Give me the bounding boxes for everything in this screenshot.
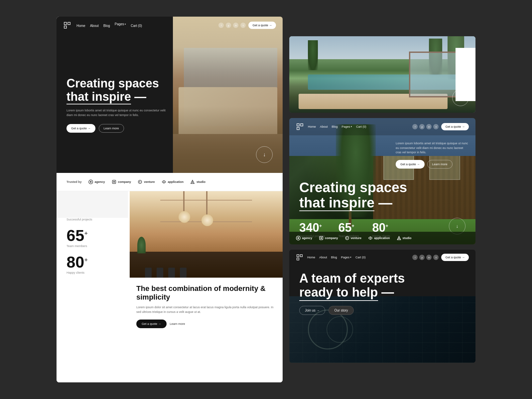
stats-left: 340+ Successful projects 65+ Team member…	[57, 191, 130, 382]
nav-right: f p in li Get a quote →	[218, 22, 276, 29]
get-quote-button[interactable]: Get a quote →	[248, 22, 276, 29]
stat-clients-number: 80+	[66, 254, 120, 270]
our-story-button[interactable]: Our story	[329, 306, 353, 315]
stat-team-number: 65+	[66, 228, 120, 244]
about-social-li[interactable]: li	[433, 255, 439, 260]
plant-sim	[137, 237, 146, 253]
kitchen-image	[130, 191, 283, 278]
stat-team-label: Team members	[66, 244, 120, 248]
stat-projects-label: Successful projects	[66, 218, 120, 221]
nav-about[interactable]: About	[90, 24, 99, 28]
counter-sim	[130, 252, 283, 278]
nav-home-right[interactable]: Home	[308, 125, 316, 128]
hero-right-learn-btn[interactable]: Learn more	[427, 160, 453, 169]
content-right: The best combination of modernity & simp…	[130, 191, 283, 382]
nav-cart[interactable]: Cart (0)	[131, 24, 142, 28]
pool-panel: ↓	[289, 36, 475, 113]
svg-rect-22	[297, 255, 299, 257]
social-f-right[interactable]: f	[412, 124, 418, 129]
brand-application: application	[162, 180, 184, 184]
trusted-agency-right: agency	[296, 236, 312, 240]
hero-right-buttons: Get a quote → Learn more	[396, 160, 469, 169]
stat-team: 65+ Team members	[66, 228, 120, 248]
hero-title: Creating spaces that inspire —	[66, 77, 166, 104]
trusted-logos: agency company venture	[88, 180, 206, 184]
nav-logo-icon	[63, 21, 71, 29]
nav-about-right[interactable]: About	[320, 125, 328, 128]
social-in-right[interactable]: in	[426, 124, 432, 129]
company-icon-right	[319, 236, 324, 240]
instagram-icon[interactable]: in	[233, 23, 238, 28]
svg-rect-24	[300, 255, 302, 257]
left-panel: Home About Blog Pages ▾ Cart (0) f p in …	[57, 17, 283, 382]
content-heading: The best combination of modernity & simp…	[136, 284, 276, 302]
brand-studio: studio	[190, 180, 205, 184]
facebook-icon[interactable]: f	[218, 23, 224, 28]
hero-quote-button[interactable]: Get a quote →	[66, 124, 95, 133]
about-quote-btn[interactable]: Get a quote →	[441, 254, 469, 261]
join-us-button[interactable]: Join us →	[299, 306, 325, 315]
nav-home[interactable]: Home	[76, 24, 85, 28]
stool-3	[168, 268, 175, 278]
about-social-p[interactable]: p	[419, 255, 425, 260]
about-buttons: Join us → Our story	[299, 306, 466, 315]
chevron-down-icon: ▾	[125, 23, 126, 26]
hero-right-nav: Home About Blog Pages ▾ Cart (0) f p in …	[289, 118, 475, 135]
hero-learn-button[interactable]: Learn more	[99, 124, 124, 133]
trusted-section: Trusted by agency company	[57, 173, 283, 191]
palm-1	[308, 40, 318, 70]
about-nav-home[interactable]: Home	[307, 256, 315, 259]
svg-rect-23	[297, 258, 299, 260]
hero-buttons: Get a quote → Learn more	[66, 124, 166, 133]
svg-rect-16	[321, 237, 322, 239]
trusted-company-right: company	[319, 236, 338, 240]
content-quote-button[interactable]: Get a quote →	[136, 320, 167, 328]
hero-right-description: Lorem ipsum lobortis amet sit tristique …	[396, 141, 469, 155]
hero-right-title-area: Creating spaces that inspire —	[299, 180, 407, 211]
pinterest-icon[interactable]: p	[226, 23, 231, 28]
content-description: Lorem ipsum dolor sit amet consectetur a…	[136, 305, 276, 315]
about-nav-pages[interactable]: Pages ▾	[341, 256, 352, 259]
linkedin-icon[interactable]: li	[240, 23, 246, 28]
scroll-down-button[interactable]: ↓	[256, 146, 273, 163]
stats-content-section: 340+ Successful projects 65+ Team member…	[57, 191, 283, 382]
about-nav-about[interactable]: About	[319, 256, 327, 259]
about-social-in[interactable]: in	[426, 255, 432, 260]
hero-content: Creating spaces that inspire — Lorem ips…	[57, 17, 176, 173]
company-icon	[112, 180, 116, 184]
outdoor-background	[289, 36, 475, 113]
nav-pages-right[interactable]: Pages ▾	[342, 125, 352, 128]
hero-right-panel: Home About Blog Pages ▾ Cart (0) f p in …	[289, 118, 475, 244]
quote-btn-right[interactable]: Get a quote →	[441, 123, 469, 130]
social-p-right[interactable]: p	[419, 124, 425, 129]
svg-rect-0	[64, 22, 66, 25]
nav-logo-right-icon	[296, 123, 304, 131]
nav-pages[interactable]: Pages ▾	[115, 22, 126, 26]
hero-right-quote-btn[interactable]: Get a quote →	[396, 160, 425, 169]
brand-agency: agency	[88, 180, 105, 184]
svg-rect-5	[113, 181, 115, 183]
stat-clients: 80+ Happy clients	[66, 254, 120, 274]
agency-icon-right	[296, 236, 301, 240]
about-social-f[interactable]: f	[412, 255, 418, 260]
content-learn-button[interactable]: Learn more	[170, 320, 185, 328]
right-panels: ↓	[289, 36, 475, 363]
about-content-area: A team of experts ready to help — Join u…	[289, 265, 475, 322]
hero-right-desc-area: Lorem ipsum lobortis amet sit tristique …	[396, 141, 469, 169]
application-icon-right	[368, 236, 373, 240]
hero-dark-section: Home About Blog Pages ▾ Cart (0) f p in …	[57, 17, 283, 173]
hero-description: Lorem ipsum lobortis amet sit tristique …	[66, 108, 166, 117]
about-nav-blog[interactable]: Blog	[331, 256, 337, 259]
pendant-shade-mid	[201, 214, 213, 226]
about-nav-cart[interactable]: Cart (0)	[355, 256, 366, 259]
stat-clients-label: Happy clients	[66, 271, 120, 274]
nav-blog-right[interactable]: Blog	[332, 125, 338, 128]
content-buttons: Get a quote → Learn more	[136, 320, 276, 328]
svg-rect-11	[297, 124, 299, 126]
nav-blog[interactable]: Blog	[103, 24, 110, 28]
nav-cart-right[interactable]: Cart (0)	[356, 125, 366, 128]
pendant-mid	[206, 191, 207, 214]
stool-1	[145, 268, 152, 278]
agency-icon	[88, 180, 93, 184]
social-li-right[interactable]: li	[433, 124, 439, 129]
